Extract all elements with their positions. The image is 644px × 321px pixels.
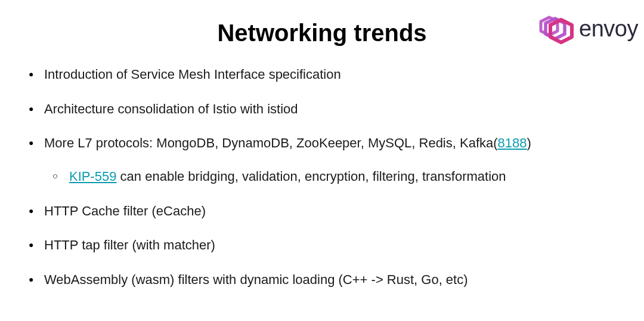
- list-item-prefix: More L7 protocols: MongoDB, DynamoDB, Zo…: [44, 135, 498, 150]
- list-item: Introduction of Service Mesh Interface s…: [44, 66, 626, 84]
- envoy-logo-icon: [531, 11, 574, 47]
- list-item-suffix: ): [527, 135, 531, 150]
- list-item-text: WebAssembly (wasm) filters with dynamic …: [44, 272, 468, 287]
- list-item-text: HTTP tap filter (with matcher): [44, 237, 215, 252]
- list-item: HTTP tap filter (with matcher): [44, 236, 626, 254]
- list-item: WebAssembly (wasm) filters with dynamic …: [44, 271, 626, 289]
- link-8188[interactable]: 8188: [498, 135, 527, 150]
- list-item: More L7 protocols: MongoDB, DynamoDB, Zo…: [44, 134, 626, 185]
- list-item-text: Architecture consolidation of Istio with…: [44, 101, 298, 116]
- slide: envoy Networking trends Introduction of …: [0, 0, 644, 321]
- brand-name: envoy: [579, 16, 638, 42]
- list-item-text: Introduction of Service Mesh Interface s…: [44, 67, 341, 82]
- list-item-text: HTTP Cache filter (eCache): [44, 203, 206, 218]
- list-item: HTTP Cache filter (eCache): [44, 202, 626, 220]
- bullet-list: Introduction of Service Mesh Interface s…: [18, 66, 626, 289]
- link-kip-559[interactable]: KIP-559: [69, 169, 117, 184]
- sub-item-suffix: can enable bridging, validation, encrypt…: [117, 169, 506, 184]
- sub-list: KIP-559 can enable bridging, validation,…: [44, 168, 626, 186]
- sub-list-item: KIP-559 can enable bridging, validation,…: [69, 168, 626, 186]
- brand-logo: envoy: [531, 11, 638, 47]
- list-item: Architecture consolidation of Istio with…: [44, 100, 626, 118]
